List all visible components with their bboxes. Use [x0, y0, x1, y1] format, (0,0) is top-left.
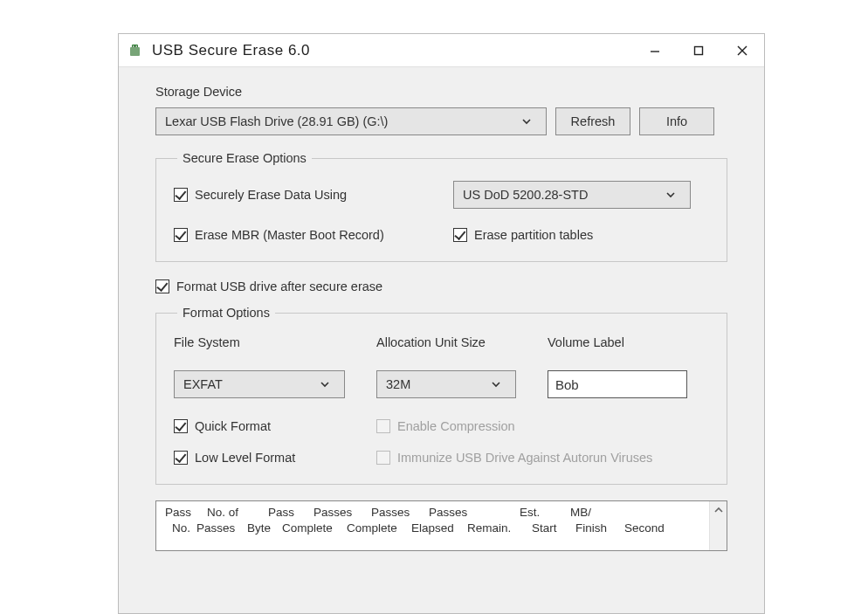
app-icon: [127, 43, 143, 59]
close-button[interactable]: [720, 34, 764, 66]
storage-device-select[interactable]: Lexar USB Flash Drive (28.91 GB) (G:\): [155, 107, 547, 135]
erase-mbr-checkbox[interactable]: Erase MBR (Master Boot Record): [174, 228, 453, 242]
info-button[interactable]: Info: [639, 107, 714, 135]
checkbox-icon: [453, 228, 467, 242]
svg-rect-2: [133, 45, 134, 47]
allocation-select[interactable]: 32M: [376, 370, 516, 398]
maximize-button[interactable]: [677, 34, 720, 66]
enable-compression-checkbox: Enable Compression: [376, 419, 515, 433]
file-system-value: EXFAT: [183, 377, 223, 391]
storage-device-value: Lexar USB Flash Drive (28.91 GB) (G:\): [165, 114, 388, 128]
volume-label-label: Volume Label: [548, 335, 687, 349]
checkbox-icon: [174, 228, 188, 242]
svg-rect-1: [130, 47, 140, 56]
client-area: Storage Device Lexar USB Flash Drive (28…: [119, 67, 764, 485]
securely-erase-checkbox[interactable]: Securely Erase Data Using: [174, 188, 453, 202]
titlebar: USB Secure Erase 6.0: [119, 34, 764, 67]
checkbox-icon: [155, 279, 169, 293]
maximize-icon: [692, 45, 705, 57]
quick-format-checkbox[interactable]: Quick Format: [174, 419, 376, 433]
format-options-group: Format Options File System Allocation Un…: [155, 306, 727, 485]
checkbox-icon: [174, 419, 188, 433]
format-options-legend: Format Options: [177, 306, 275, 320]
scroll-up-button[interactable]: [710, 501, 727, 519]
low-level-format-checkbox[interactable]: Low Level Format: [174, 451, 376, 465]
erase-partition-tables-checkbox[interactable]: Erase partition tables: [453, 228, 593, 242]
checkbox-icon: [376, 451, 390, 465]
log-header: Pass No. of Pass Passes Passes Passes Es…: [156, 501, 727, 536]
file-system-label: File System: [174, 335, 345, 349]
allocation-value: 32M: [386, 377, 410, 391]
storage-device-label: Storage Device: [155, 85, 727, 99]
refresh-button[interactable]: Refresh: [555, 107, 630, 135]
checkbox-icon: [174, 451, 188, 465]
window-title: USB Secure Erase 6.0: [152, 42, 633, 59]
minimize-icon: [649, 45, 661, 57]
secure-erase-group: Secure Erase Options Securely Erase Data…: [155, 151, 727, 262]
file-system-select[interactable]: EXFAT: [174, 370, 345, 398]
svg-rect-5: [695, 46, 703, 54]
volume-label-input[interactable]: Bob: [548, 370, 687, 398]
log-panel: Pass No. of Pass Passes Passes Passes Es…: [155, 500, 727, 551]
erase-method-select[interactable]: US DoD 5200.28-STD: [453, 181, 691, 209]
secure-erase-legend: Secure Erase Options: [177, 151, 312, 165]
allocation-label: Allocation Unit Size: [376, 335, 516, 349]
window-controls: [633, 34, 764, 66]
minimize-button[interactable]: [633, 34, 677, 66]
chevron-down-icon: [665, 190, 681, 200]
immunize-checkbox: Immunize USB Drive Against Autorun Virus…: [376, 451, 652, 465]
erase-method-value: US DoD 5200.28-STD: [463, 188, 588, 202]
checkbox-icon: [376, 419, 390, 433]
chevron-down-icon: [521, 116, 537, 127]
chevron-down-icon: [320, 379, 335, 390]
format-after-checkbox[interactable]: Format USB drive after secure erase: [155, 279, 727, 293]
chevron-up-icon: [714, 506, 723, 514]
close-icon: [736, 45, 748, 57]
chevron-down-icon: [491, 379, 506, 390]
log-scrollbar[interactable]: [709, 501, 727, 550]
svg-rect-3: [136, 45, 138, 47]
checkbox-icon: [174, 188, 188, 202]
app-window: USB Secure Erase 6.0 Storage Device Lexa…: [118, 33, 765, 614]
